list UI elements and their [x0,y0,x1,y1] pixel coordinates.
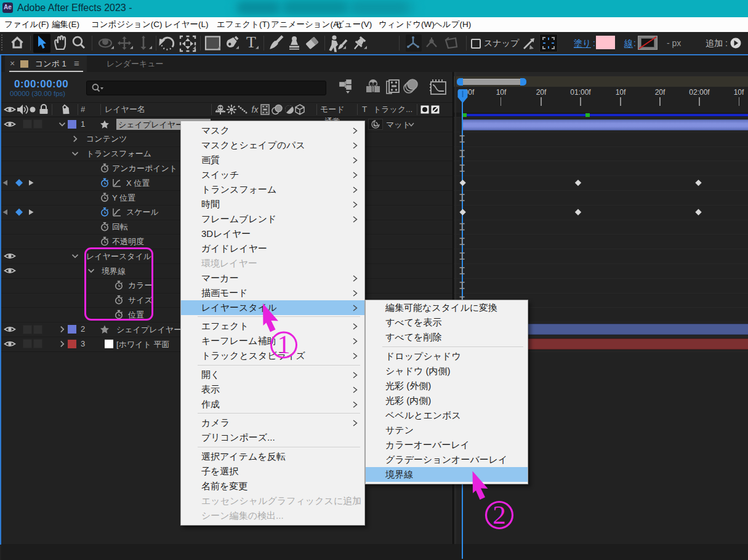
svg-text:1: 1 [278,330,291,359]
svg-text:2: 2 [493,500,506,529]
